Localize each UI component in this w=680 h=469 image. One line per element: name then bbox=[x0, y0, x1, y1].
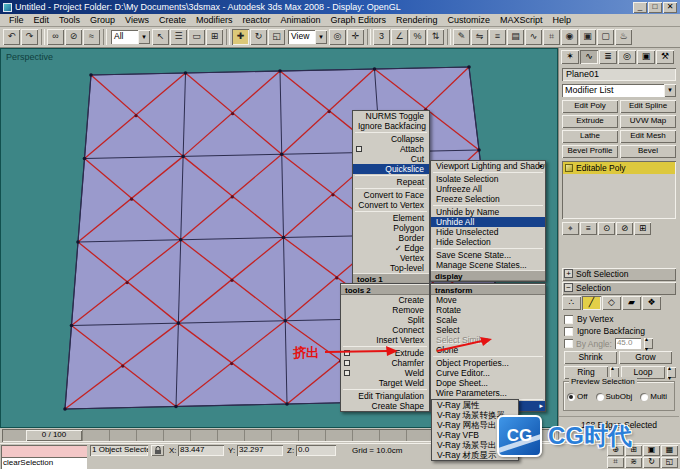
render-frame-icon[interactable]: ▢ bbox=[597, 29, 614, 45]
modifier-button-bevel[interactable]: Bevel bbox=[620, 145, 676, 158]
menu-item-help[interactable]: Help bbox=[548, 15, 577, 25]
quad-item-split[interactable]: Split bbox=[341, 315, 429, 325]
shrink-button[interactable]: Shrink bbox=[564, 351, 617, 364]
quad-item-object-properties[interactable]: Object Properties... bbox=[431, 358, 545, 368]
selection-region-icon[interactable]: ▭ bbox=[188, 29, 205, 45]
selection-lock-toggle[interactable] bbox=[151, 445, 164, 456]
quad-item-dope-sheet[interactable]: Dope Sheet... bbox=[431, 378, 545, 388]
modifier-button-bevel-profile[interactable]: Bevel Profile bbox=[562, 145, 618, 158]
quad-item-isolate-selection[interactable]: Isolate Selection bbox=[431, 174, 545, 184]
configure-modifier-sets-icon[interactable]: ⊞ bbox=[634, 222, 651, 235]
maximize-viewport-icon[interactable]: ◱ bbox=[661, 457, 678, 468]
menu-item-group[interactable]: Group bbox=[85, 15, 120, 25]
close-button[interactable]: ✕ bbox=[663, 2, 677, 13]
quad-item-quickslice[interactable]: Quickslice bbox=[353, 164, 429, 174]
settings-box-icon[interactable] bbox=[344, 350, 350, 356]
quad-item-border[interactable]: Border bbox=[353, 233, 429, 243]
submenu-item-v-ray[interactable]: V-Ray 场景导出 bbox=[432, 440, 518, 450]
show-end-result-icon[interactable]: ≡ bbox=[580, 222, 597, 235]
select-and-manipulate-icon[interactable]: ✛ bbox=[347, 29, 364, 45]
quad-item-target-weld[interactable]: Target Weld bbox=[341, 378, 429, 388]
chevron-down-icon[interactable]: ▾ bbox=[664, 84, 676, 97]
quad-item-edit-triangulation[interactable]: Edit Triangulation bbox=[341, 391, 429, 401]
select-by-name-icon[interactable]: ☰ bbox=[170, 29, 187, 45]
modifier-button-uvw-map[interactable]: UVW Map bbox=[620, 115, 676, 128]
rollout-selection[interactable]: −Selection bbox=[562, 282, 676, 295]
menu-item-rendering[interactable]: Rendering bbox=[391, 15, 443, 25]
grow-button[interactable]: Grow bbox=[619, 351, 672, 364]
select-and-scale-icon[interactable]: ◱ bbox=[268, 29, 285, 45]
quad-item-unhide-all[interactable]: Unhide All bbox=[431, 217, 545, 227]
expand-plus-icon[interactable]: + bbox=[564, 269, 573, 278]
undo-icon[interactable]: ↶ bbox=[3, 29, 20, 45]
percent-snap-icon[interactable]: % bbox=[409, 29, 426, 45]
quad-item-rotate[interactable]: Rotate bbox=[431, 305, 545, 315]
quad-item-scale[interactable]: Scale bbox=[431, 315, 545, 325]
selection-filter-dropdown[interactable]: All▾ bbox=[111, 30, 150, 44]
modifier-button-edit-spline[interactable]: Edit Spline bbox=[620, 100, 676, 113]
quad-item-select[interactable]: Select bbox=[431, 325, 545, 335]
quad-item-wire-parameters[interactable]: Wire Parameters... bbox=[431, 388, 545, 398]
quad-item-attach[interactable]: Attach bbox=[353, 144, 429, 154]
spinner-snap-icon[interactable]: ⇅ bbox=[427, 29, 444, 45]
quad-item-freeze-selection[interactable]: Freeze Selection bbox=[431, 194, 545, 204]
use-pivot-center-icon[interactable]: ◎ bbox=[329, 29, 346, 45]
reference-coordinate-dropdown[interactable]: View▾ bbox=[288, 30, 327, 44]
quad-item-connect[interactable]: Connect bbox=[341, 325, 429, 335]
pan-icon[interactable]: ≋ bbox=[625, 457, 642, 468]
quad-item-nurms-toggle[interactable]: NURMS Toggle bbox=[353, 111, 429, 121]
bind-to-spacewarp-icon[interactable]: ≈ bbox=[83, 29, 100, 45]
curve-editor-icon[interactable]: ∿ bbox=[525, 29, 542, 45]
tab-modify[interactable]: ∿ bbox=[580, 50, 598, 64]
object-name-field[interactable]: Plane01 bbox=[562, 68, 676, 81]
pin-stack-icon[interactable]: ⌖ bbox=[562, 222, 579, 235]
vertex-subobject-icon[interactable]: ∴ bbox=[562, 296, 581, 310]
remove-modifier-icon[interactable]: ⊘ bbox=[616, 222, 633, 235]
time-slider[interactable]: 0 / 100 bbox=[26, 430, 82, 441]
quad-item-manage-scene-states[interactable]: Manage Scene States... bbox=[431, 260, 545, 270]
menu-item-graph-editors[interactable]: Graph Editors bbox=[326, 15, 392, 25]
viewport-label[interactable]: Perspective bbox=[6, 52, 53, 62]
quad-item-edge[interactable]: ✓ Edge bbox=[353, 243, 429, 253]
by-angle-field[interactable]: 45.0 bbox=[615, 338, 641, 349]
menu-item-maxscript[interactable]: MAXScript bbox=[495, 15, 548, 25]
menu-item-customize[interactable]: Customize bbox=[443, 15, 496, 25]
quad-item-collapse[interactable]: Collapse bbox=[353, 134, 429, 144]
quick-render-icon[interactable]: ♨ bbox=[615, 29, 632, 45]
mirror-icon[interactable]: ⇋ bbox=[471, 29, 488, 45]
quad-item-unfreeze-all[interactable]: Unfreeze All bbox=[431, 184, 545, 194]
quad-item-weld[interactable]: Weld bbox=[341, 368, 429, 378]
schematic-view-icon[interactable]: ⌗ bbox=[543, 29, 560, 45]
menu-item-modifiers[interactable]: Modifiers bbox=[191, 15, 238, 25]
quad-item-viewport-lighting-and-shadows[interactable]: Viewport Lighting and Shadows▸ bbox=[431, 161, 545, 171]
quad-item-polygon[interactable]: Polygon bbox=[353, 223, 429, 233]
by-angle-spinner[interactable] bbox=[644, 338, 653, 349]
quad-item-extrude[interactable]: Extrude bbox=[341, 348, 429, 358]
material-editor-icon[interactable]: ◉ bbox=[561, 29, 578, 45]
zoom-region-icon[interactable]: ⌗ bbox=[607, 457, 624, 468]
quad-item-save-scene-state[interactable]: Save Scene State... bbox=[431, 250, 545, 260]
quad-item-repeat[interactable]: Repeat bbox=[353, 177, 429, 187]
zoom-extents-icon[interactable]: ▣ bbox=[643, 445, 660, 456]
radio-multi[interactable]: Multi bbox=[640, 392, 667, 401]
polygon-subobject-icon[interactable]: ▰ bbox=[622, 296, 641, 310]
chevron-down-icon[interactable]: ▾ bbox=[315, 30, 327, 44]
menu-item-reactor[interactable]: reactor bbox=[237, 15, 275, 25]
zoom-icon[interactable]: ⊕ bbox=[607, 445, 624, 456]
menu-item-file[interactable]: File bbox=[4, 15, 29, 25]
quad-item-create[interactable]: Create bbox=[341, 295, 429, 305]
select-and-move-icon[interactable]: ✚ bbox=[232, 29, 249, 45]
settings-box-icon[interactable] bbox=[344, 360, 350, 366]
menu-item-views[interactable]: Views bbox=[120, 15, 154, 25]
quad-item-curve-editor[interactable]: Curve Editor... bbox=[431, 368, 545, 378]
menu-item-animation[interactable]: Animation bbox=[275, 15, 325, 25]
arc-rotate-icon[interactable]: ↻ bbox=[643, 457, 660, 468]
menu-item-create[interactable]: Create bbox=[154, 15, 191, 25]
submenu-item-v-ray[interactable]: V-Ray 网格导出 bbox=[432, 420, 518, 430]
listener-script-line[interactable]: clearSelection bbox=[1, 457, 87, 469]
zoom-all-icon[interactable]: ⊞ bbox=[625, 445, 642, 456]
quad-item-unhide-by-name[interactable]: Unhide by Name bbox=[431, 207, 545, 217]
radio-off[interactable]: Off bbox=[567, 392, 588, 401]
listener-macro-line[interactable] bbox=[1, 445, 87, 457]
quad-item-hide-unselected[interactable]: Hide Unselected bbox=[431, 227, 545, 237]
